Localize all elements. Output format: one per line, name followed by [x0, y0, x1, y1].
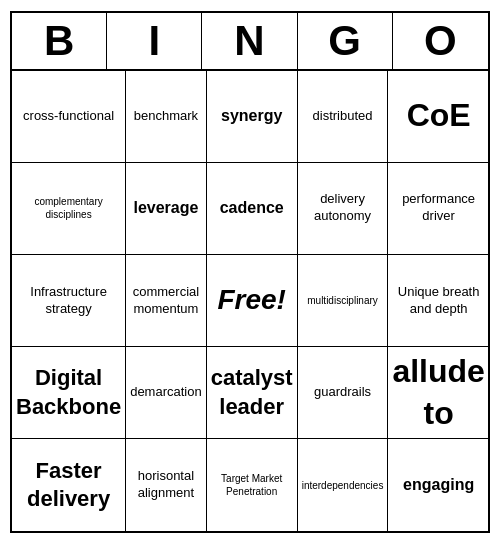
cell-text-8: delivery autonomy: [302, 191, 384, 225]
bingo-cell-17: catalyst leader: [207, 347, 298, 439]
bingo-cell-12: Free!: [207, 255, 298, 347]
bingo-cell-18: guardrails: [298, 347, 389, 439]
cell-text-17: catalyst leader: [211, 364, 293, 421]
cell-text-15: Digital Backbone: [16, 364, 121, 421]
bingo-cell-19: allude to: [388, 347, 488, 439]
bingo-cell-10: Infrastructure strategy: [12, 255, 126, 347]
cell-text-3: distributed: [313, 108, 373, 125]
cell-text-24: engaging: [403, 475, 474, 496]
bingo-cell-21: horisontal alignment: [126, 439, 207, 531]
bingo-letter-g: G: [298, 13, 393, 69]
cell-text-4: CoE: [407, 95, 471, 137]
cell-text-2: synergy: [221, 106, 282, 127]
bingo-cell-2: synergy: [207, 71, 298, 163]
cell-text-23: interdependencies: [302, 479, 384, 492]
bingo-letter-i: I: [107, 13, 202, 69]
bingo-cell-11: commercial momentum: [126, 255, 207, 347]
cell-text-0: cross-functional: [23, 108, 114, 125]
bingo-cell-24: engaging: [388, 439, 488, 531]
cell-text-10: Infrastructure strategy: [16, 284, 121, 318]
cell-text-22: Target Market Penetration: [211, 472, 293, 498]
bingo-cell-22: Target Market Penetration: [207, 439, 298, 531]
bingo-letter-o: O: [393, 13, 488, 69]
cell-text-13: multidisciplinary: [307, 294, 378, 307]
bingo-cell-7: cadence: [207, 163, 298, 255]
cell-text-16: demarcation: [130, 384, 202, 401]
cell-text-6: leverage: [133, 198, 198, 219]
cell-text-19: allude to: [392, 351, 484, 434]
bingo-cell-0: cross-functional: [12, 71, 126, 163]
cell-text-18: guardrails: [314, 384, 371, 401]
cell-text-11: commercial momentum: [130, 284, 202, 318]
bingo-letter-n: N: [202, 13, 297, 69]
bingo-cell-4: CoE: [388, 71, 488, 163]
bingo-letter-b: B: [12, 13, 107, 69]
bingo-grid: cross-functionalbenchmarksynergydistribu…: [12, 71, 488, 532]
bingo-cell-8: delivery autonomy: [298, 163, 389, 255]
bingo-cell-14: Unique breath and depth: [388, 255, 488, 347]
bingo-cell-23: interdependencies: [298, 439, 389, 531]
bingo-cell-20: Faster delivery: [12, 439, 126, 531]
cell-text-12: Free!: [217, 282, 285, 318]
bingo-cell-6: leverage: [126, 163, 207, 255]
bingo-cell-3: distributed: [298, 71, 389, 163]
bingo-cell-9: performance driver: [388, 163, 488, 255]
bingo-header: BINGO: [12, 13, 488, 71]
cell-text-1: benchmark: [134, 108, 198, 125]
bingo-cell-1: benchmark: [126, 71, 207, 163]
cell-text-14: Unique breath and depth: [392, 284, 484, 318]
bingo-card: BINGO cross-functionalbenchmarksynergydi…: [10, 11, 490, 534]
cell-text-21: horisontal alignment: [130, 468, 202, 502]
bingo-cell-15: Digital Backbone: [12, 347, 126, 439]
cell-text-7: cadence: [220, 198, 284, 219]
cell-text-5: complementary disciplines: [16, 195, 121, 221]
bingo-cell-16: demarcation: [126, 347, 207, 439]
cell-text-9: performance driver: [392, 191, 484, 225]
bingo-cell-13: multidisciplinary: [298, 255, 389, 347]
cell-text-20: Faster delivery: [16, 457, 121, 514]
bingo-cell-5: complementary disciplines: [12, 163, 126, 255]
